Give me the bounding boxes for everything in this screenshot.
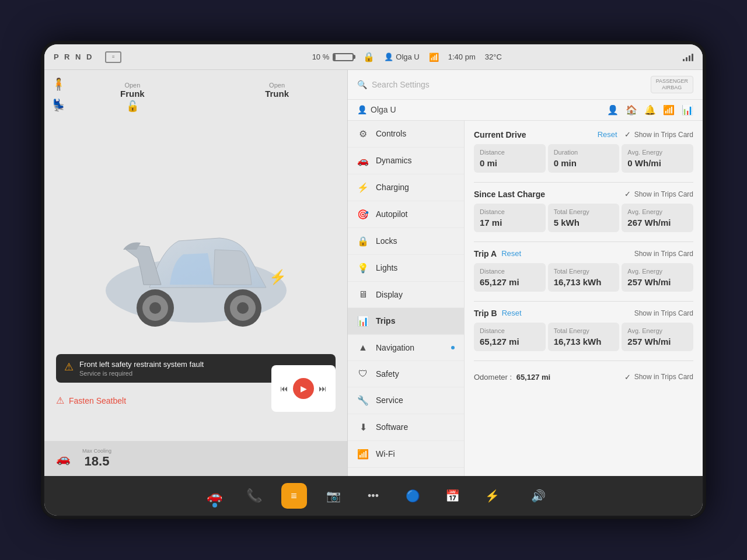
temp-value: 18.5: [82, 454, 111, 469]
odometer-display: Odometer : 65,127 mi: [474, 373, 550, 382]
main-content: 🧍 💺 Open Frunk 🔓 Open Trunk: [44, 70, 703, 476]
search-icon: 🔍: [357, 80, 367, 89]
menu-item-autopilot[interactable]: 🎯 Autopilot: [348, 201, 464, 228]
service-icon: 🔧: [357, 395, 369, 406]
trip-a-stat-0: Distance 65,127 mi: [474, 263, 546, 292]
navigation-dot: [451, 346, 455, 349]
taskbar-car-icon[interactable]: 🚗: [202, 483, 228, 509]
user-info-top: 👤 Olga U: [384, 52, 419, 61]
camera-icon: 📷: [326, 489, 341, 503]
controls-label: Controls: [376, 129, 406, 138]
media-next-icon[interactable]: ⏭: [319, 384, 327, 393]
media-prev-icon[interactable]: ⏮: [280, 384, 288, 393]
menu-item-display[interactable]: 🖥 Display: [348, 282, 464, 308]
taskbar-camera-icon[interactable]: 📷: [321, 483, 347, 509]
trip-b-reset[interactable]: Reset: [502, 309, 522, 317]
wifi-label: Wi-Fi: [376, 449, 395, 459]
temp-display: Max Cooling 18.5: [82, 448, 111, 469]
media-play-button[interactable]: ▶: [293, 378, 314, 399]
grid-icon: ⚡: [485, 489, 500, 503]
divider-3: [474, 301, 693, 302]
passenger-airbag-badge: PASSENGERAIRBAG: [651, 76, 693, 93]
profile-icon-3[interactable]: 🔔: [644, 104, 656, 116]
seatbelt-text: Fasten Seatbelt: [69, 396, 126, 405]
current-drive-stat-1: Duration 0 min: [548, 144, 620, 173]
menu-item-service[interactable]: 🔧 Service: [348, 387, 464, 414]
seatbelt-alert-icon: ⚠: [56, 395, 64, 406]
profile-icon-2[interactable]: 🏠: [626, 104, 637, 116]
divider-2: [474, 242, 693, 242]
seatbelt-icon-top: 💺: [51, 98, 66, 112]
profile-icon-4[interactable]: 📶: [663, 104, 675, 116]
taskbar-equalizer-icon[interactable]: ≡: [281, 483, 307, 509]
taskbar-phone-icon[interactable]: 📞: [242, 483, 267, 509]
trunk-door-label: Trunk: [265, 89, 289, 99]
menu-item-software[interactable]: ⬇ Software: [348, 414, 464, 441]
wifi-icon-top: 📶: [429, 52, 439, 62]
trip-a-stats: Distance 65,127 mi Total Energy 16,713 k…: [474, 263, 693, 292]
current-drive-show-trips-label: Show in Trips Card: [634, 131, 693, 139]
menu-item-lights[interactable]: 💡 Lights: [348, 255, 464, 282]
signal-bar-2: [686, 57, 687, 61]
trip-a-reset[interactable]: Reset: [501, 249, 521, 258]
since-charge-stat-label-2: Avg. Energy: [627, 208, 687, 215]
car-taskbar-icon: 🚗: [207, 488, 222, 503]
current-drive-stat-2: Avg. Energy 0 Wh/mi: [622, 144, 693, 173]
trip-b-title: Trip B: [474, 309, 497, 318]
menu-item-navigation[interactable]: ▲ Navigation: [348, 335, 464, 361]
menu-item-locks[interactable]: 🔒 Locks: [348, 228, 464, 255]
odometer-row: Odometer : 65,127 mi ✓ Show in Trips Car…: [474, 368, 693, 386]
username-top: Olga U: [396, 52, 419, 61]
current-drive-reset[interactable]: Reset: [598, 130, 617, 139]
menu-item-dynamics[interactable]: 🚗 Dynamics: [348, 148, 464, 174]
gear-selector: P R N D: [54, 52, 93, 61]
phone-icon: 📞: [246, 488, 262, 503]
screen-inner: P R N D ≡ 10 % 🔒 👤 Olga U 📶 1:40 pm 32°C: [44, 44, 703, 516]
trip-a-header: Trip A Reset Show in Trips Card: [474, 249, 693, 258]
taskbar-bluetooth-icon[interactable]: 🔵: [400, 483, 426, 509]
search-placeholder[interactable]: Search Settings: [372, 80, 430, 89]
trip-b-stat-0: Distance 65,127 mi: [474, 323, 546, 351]
trip-b-show-trips: Show in Trips Card: [634, 309, 693, 317]
wifi-icon: 📶: [357, 449, 369, 460]
car-icon-dot: [212, 503, 217, 508]
menu-item-safety[interactable]: 🛡 Safety: [348, 361, 464, 387]
software-icon: ⬇: [357, 422, 369, 433]
current-drive-title: Current Drive: [474, 130, 526, 139]
taskbar-grid-icon[interactable]: ⚡: [480, 483, 505, 509]
user-avatar-icon: 👤: [357, 105, 367, 114]
temp-label: Max Cooling: [82, 448, 111, 454]
menu-item-wifi[interactable]: 📶 Wi-Fi: [348, 441, 464, 468]
since-last-charge-show-trips-label: Show in Trips Card: [634, 190, 693, 198]
trip-b-stat-2: Avg. Energy 257 Wh/mi: [622, 323, 693, 351]
current-drive-stat-value-2: 0 Wh/mi: [627, 158, 687, 168]
trip-a-stat-label-2: Avg. Energy: [627, 268, 687, 275]
lock-icon[interactable]: 🔒: [363, 51, 375, 62]
volume-icon[interactable]: 🔊: [531, 489, 546, 503]
signal-bar-4: [692, 54, 693, 61]
menu-item-charging[interactable]: ⚡ Charging: [348, 174, 464, 201]
profile-icon-1[interactable]: 👤: [607, 104, 619, 116]
taskbar-more-icon[interactable]: •••: [361, 483, 386, 509]
calendar-icon: 📅: [445, 489, 460, 503]
dynamics-label: Dynamics: [376, 156, 411, 165]
current-drive-stat-label-2: Avg. Energy: [627, 149, 687, 156]
equalizer-icon: ≡: [291, 490, 297, 502]
taskbar-calendar-icon[interactable]: 📅: [440, 483, 466, 509]
trip-a-stat-2: Avg. Energy 257 Wh/mi: [622, 263, 693, 292]
lights-icon: 💡: [357, 262, 369, 274]
content-area: ⚙ Controls 🚗 Dynamics ⚡ Charging 🎯: [348, 121, 703, 476]
navigation-icon: ▲: [357, 342, 369, 353]
trip-a-stat-value-1: 16,713 kWh: [554, 277, 614, 287]
menu-item-controls[interactable]: ⚙ Controls: [348, 121, 464, 148]
trip-b-stat-1: Total Energy 16,713 kWh: [548, 323, 620, 351]
charging-label: Charging: [376, 183, 409, 192]
person-icon: 🧍: [51, 77, 66, 91]
trip-a-stat-label-1: Total Energy: [554, 268, 614, 275]
menu-item-trips[interactable]: 📊 Trips: [348, 308, 464, 335]
user-avatar: 👤 Olga U: [357, 105, 396, 114]
user-profile-row: 👤 Olga U 👤 🏠 🔔 📶 📊: [348, 100, 703, 121]
trip-b-stats: Distance 65,127 mi Total Energy 16,713 k…: [474, 323, 693, 351]
profile-icon-5[interactable]: 📊: [682, 104, 693, 116]
trip-a-show-trips-label: Show in Trips Card: [634, 250, 693, 258]
